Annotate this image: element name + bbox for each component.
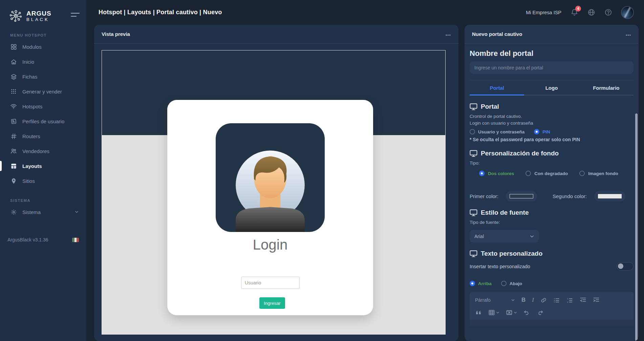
- editor-toolbar: Párrafo B I: [470, 292, 634, 320]
- insert-table-icon[interactable]: [488, 309, 499, 316]
- sidebar-collapse-icon[interactable]: [71, 13, 80, 17]
- sidebar-item-hotspots[interactable]: Hotspots: [0, 99, 86, 114]
- tab-formulario[interactable]: Formulario: [579, 80, 634, 95]
- radio-abajo[interactable]: [501, 281, 507, 286]
- blockquote-icon[interactable]: [475, 309, 482, 316]
- custom-text-toggle-row: Insertar texto personalizado: [470, 262, 634, 271]
- user-avatar[interactable]: [621, 6, 634, 19]
- panel-menu-icon[interactable]: ...: [446, 33, 451, 35]
- portal-submit-button[interactable]: Ingresar: [259, 297, 285, 309]
- second-color-picker[interactable]: [594, 191, 625, 201]
- sidebar-item-perfiles-de-usuario[interactable]: Perfiles de usuario: [0, 114, 86, 129]
- sidebar-item-label: Generar y vender: [22, 89, 62, 94]
- paragraph-dropdown[interactable]: Párrafo: [475, 297, 515, 303]
- redo-icon[interactable]: [537, 309, 543, 316]
- background-type-label: Tipo:: [470, 160, 634, 167]
- monitor-icon: [470, 103, 477, 110]
- tab-logo[interactable]: Logo: [524, 80, 579, 95]
- bold-icon[interactable]: B: [521, 297, 525, 303]
- config-panel: Nuevo portal cautivo ... Nombre del port…: [465, 25, 639, 341]
- sidebar-item-modulos[interactable]: Modulos: [0, 39, 86, 54]
- sidebar-item-layouts[interactable]: Layouts: [0, 158, 86, 173]
- globe-icon[interactable]: [587, 8, 595, 17]
- radio-arriba[interactable]: [470, 281, 475, 286]
- insert-media-icon[interactable]: [506, 309, 517, 316]
- argusblack-logo[interactable]: ARGUS BLACK: [0, 0, 86, 23]
- portal-login-title: Login: [167, 237, 373, 253]
- portal-name-input[interactable]: [470, 61, 634, 74]
- paragraph-dropdown-label: Párrafo: [475, 297, 491, 303]
- sidebar-item-label: Modulos: [22, 44, 42, 50]
- second-color-label: Segundo color:: [553, 193, 587, 199]
- sidebar-item-sitios[interactable]: Sitios: [0, 173, 86, 188]
- sidebar-item-label: Sitios: [22, 178, 35, 184]
- logo-line1: ARGUS: [26, 10, 51, 17]
- panel-menu-icon[interactable]: ...: [626, 33, 631, 35]
- hash-icon: [10, 133, 17, 140]
- font-section-heading: Estilo de fuente: [470, 209, 634, 216]
- font-select[interactable]: Arial: [470, 230, 539, 242]
- pin-note: * Se oculta el password para operar solo…: [470, 137, 634, 142]
- mexico-flag-icon[interactable]: [72, 238, 79, 242]
- first-color-label: Primer color:: [470, 193, 498, 199]
- link-icon[interactable]: [540, 297, 547, 303]
- radio-dos-colores[interactable]: [479, 171, 485, 176]
- section-title: Personalización de fondo: [481, 150, 559, 157]
- sidebar: ARGUS BLACK MENU HOTSPOT Modulos Inicio …: [0, 0, 86, 341]
- config-panel-scrollbar[interactable]: [635, 113, 638, 341]
- tab-portal[interactable]: Portal: [470, 80, 524, 95]
- config-tabs: Portal Logo Formulario: [470, 80, 634, 95]
- id-badge-icon: [10, 118, 17, 125]
- notifications-bell-icon[interactable]: 4: [570, 8, 578, 17]
- portal-section-description: Crontrol de portal cautivo. Login con us…: [470, 113, 634, 127]
- help-icon[interactable]: [604, 8, 612, 17]
- preview-panel-body: Login Ingresar: [94, 44, 458, 341]
- notification-badge: 4: [575, 6, 581, 12]
- preview-panel: Vista previa ...: [94, 25, 458, 341]
- sidebar-item-routers[interactable]: Routers: [0, 129, 86, 144]
- radio-imagen-fondo[interactable]: [579, 171, 585, 176]
- custom-text-section-heading: Texto personalizado: [470, 250, 634, 257]
- increase-indent-icon[interactable]: [593, 297, 600, 303]
- sidebar-item-label: Layouts: [22, 163, 42, 169]
- numbered-list-icon[interactable]: 12: [566, 297, 573, 303]
- map-pin-icon: [10, 177, 17, 184]
- sidebar-item-label: Inicio: [22, 59, 34, 65]
- main-area: Hotspot | Layouts | Portal cautivo | Nue…: [86, 0, 644, 341]
- config-panel-body: Nombre del portal Portal Logo Formulario…: [465, 49, 639, 326]
- toggle-knob: [618, 263, 623, 269]
- undo-icon[interactable]: [523, 309, 530, 316]
- custom-text-toggle[interactable]: [617, 262, 634, 271]
- monitor-icon: [470, 150, 477, 157]
- sidebar-item-label: Hotspots: [22, 104, 42, 109]
- italic-icon[interactable]: I: [532, 297, 534, 303]
- gear-icon: [10, 209, 17, 215]
- logo-line2: BLACK: [26, 17, 51, 22]
- radio-con-degradado[interactable]: [525, 171, 531, 176]
- bulleted-list-icon[interactable]: [553, 297, 560, 303]
- login-mode-options: Usuario y contraseña PIN: [470, 129, 634, 134]
- config-panel-title: Nuevo portal cautivo: [472, 31, 522, 37]
- breadcrumb: Hotspot | Layouts | Portal cautivo | Nue…: [99, 9, 222, 16]
- editor-content-area[interactable]: [470, 320, 634, 326]
- description-line: Crontrol de portal cautivo.: [470, 113, 634, 120]
- portal-preview-frame: Login Ingresar: [102, 50, 446, 335]
- sidebar-item-generar-y-vender[interactable]: Generar y vender: [0, 84, 86, 99]
- chevron-down-icon: [74, 209, 79, 215]
- app-version: ArgusBlack v3.1.36: [7, 237, 48, 242]
- sidebar-item-label: Fichas: [22, 74, 37, 80]
- sidebar-item-label: Sistema: [22, 209, 41, 215]
- sidebar-item-fichas[interactable]: Fichas: [0, 69, 86, 84]
- radio-usuario-contrasena[interactable]: [470, 129, 475, 134]
- portal-username-input[interactable]: [241, 277, 300, 289]
- sidebar-item-vendedores[interactable]: Vendedores: [0, 144, 86, 158]
- layout-icon: [10, 163, 17, 169]
- sidebar-item-sistema[interactable]: Sistema: [0, 205, 86, 219]
- first-color-picker[interactable]: [506, 191, 537, 201]
- radio-label: Abajo: [510, 281, 522, 286]
- radio-pin[interactable]: [534, 129, 539, 134]
- sidebar-item-inicio[interactable]: Inicio: [0, 54, 86, 69]
- content-area: Vista previa ...: [86, 25, 644, 341]
- decrease-indent-icon[interactable]: [580, 297, 586, 303]
- layers-icon: [10, 73, 17, 80]
